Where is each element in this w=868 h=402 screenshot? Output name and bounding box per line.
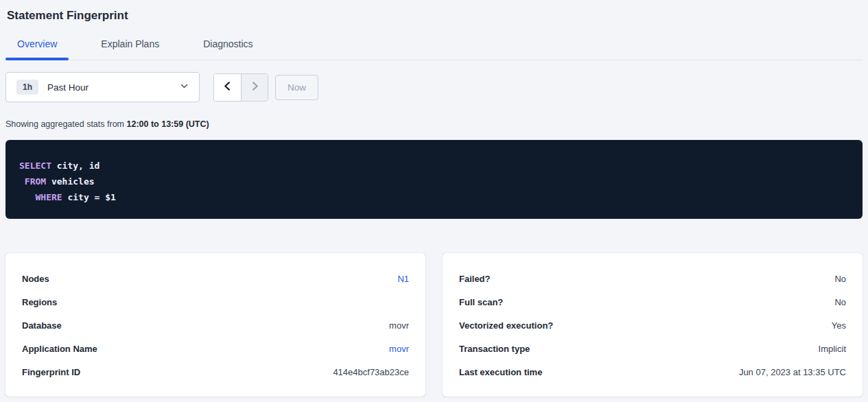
row-label-fingerprint-id: Fingerprint ID — [22, 367, 80, 377]
row-label-application-name: Application Name — [22, 344, 97, 354]
row-label-regions: Regions — [22, 297, 57, 307]
table-row: Fingerprint ID 414e4bcf73ab23ce — [22, 360, 409, 383]
row-label-transaction-type: Transaction type — [459, 344, 530, 354]
row-value-vectorized-execution: Yes — [832, 320, 846, 331]
stats-line-prefix: Showing aggregated stats from — [5, 119, 127, 129]
table-row: Full scan? No — [459, 290, 846, 314]
row-label-last-execution-time: Last execution time — [459, 367, 542, 377]
previous-time-button[interactable] — [214, 74, 241, 101]
row-label-failed: Failed? — [459, 274, 491, 284]
table-row: Failed? No — [459, 267, 846, 290]
row-value-database: movr — [389, 320, 409, 331]
table-row: Regions — [22, 290, 409, 314]
sql-line: SELECT city, id — [19, 158, 849, 174]
now-button[interactable]: Now — [275, 75, 318, 100]
table-row: Application Name movr — [22, 337, 409, 360]
stats-line-range: 12:00 to 13:59 (UTC) — [127, 119, 209, 129]
next-time-button[interactable] — [241, 74, 268, 101]
row-label-vectorized-execution: Vectorized execution? — [459, 320, 553, 331]
chevron-left-icon — [222, 81, 233, 93]
row-value-transaction-type: Implicit — [819, 344, 846, 354]
time-range-dropdown[interactable]: 1h Past Hour — [5, 72, 200, 102]
table-row: Transaction type Implicit — [459, 337, 846, 360]
sql-keyword: WHERE — [35, 192, 62, 202]
tab-overview[interactable]: Overview — [5, 38, 69, 60]
table-row: Nodes N1 — [22, 267, 409, 290]
page-title: Statement Fingerprint — [7, 8, 861, 23]
sql-keyword: FROM — [25, 176, 46, 187]
tab-bar: Overview Explain Plans Diagnostics — [5, 38, 863, 60]
time-controls: 1h Past Hour Now — [5, 72, 863, 102]
execution-attributes-card: Failed? No Full scan? No Vectorized exec… — [443, 253, 863, 397]
chevron-right-icon — [250, 81, 260, 93]
row-value-full-scan: No — [834, 297, 846, 307]
tab-diagnostics[interactable]: Diagnostics — [191, 38, 264, 60]
time-step-button-group — [213, 73, 268, 102]
time-range-badge: 1h — [16, 80, 38, 95]
row-label-nodes: Nodes — [22, 274, 49, 284]
tab-explain-plans[interactable]: Explain Plans — [89, 38, 171, 60]
table-row: Vectorized execution? Yes — [459, 314, 846, 337]
row-value-failed: No — [834, 274, 846, 284]
statement-fingerprint-page: Statement Fingerprint Overview Explain P… — [0, 8, 868, 397]
sql-keyword: SELECT — [19, 161, 51, 171]
row-label-full-scan: Full scan? — [459, 297, 503, 307]
aggregated-stats-line: Showing aggregated stats from 12:00 to 1… — [5, 119, 863, 129]
chevron-down-icon — [180, 81, 189, 93]
row-value-nodes[interactable]: N1 — [397, 274, 409, 284]
sql-line: WHERE city = $1 — [19, 189, 849, 205]
summary-cards: Nodes N1 Regions Database movr Applicati… — [5, 253, 863, 397]
table-row: Last execution time Jun 07, 2023 at 13:3… — [459, 360, 846, 383]
table-row: Database movr — [22, 314, 409, 337]
row-label-database: Database — [22, 320, 62, 331]
row-value-last-execution-time: Jun 07, 2023 at 13:35 UTC — [739, 367, 846, 377]
sql-line: FROM vehicles — [19, 174, 849, 189]
row-value-fingerprint-id: 414e4bcf73ab23ce — [333, 367, 409, 377]
row-value-application-name[interactable]: movr — [389, 344, 409, 354]
sql-statement-box: SELECT city, id FROM vehicles WHERE city… — [5, 140, 863, 219]
time-range-label: Past Hour — [47, 82, 180, 93]
statement-details-card: Nodes N1 Regions Database movr Applicati… — [5, 253, 425, 397]
